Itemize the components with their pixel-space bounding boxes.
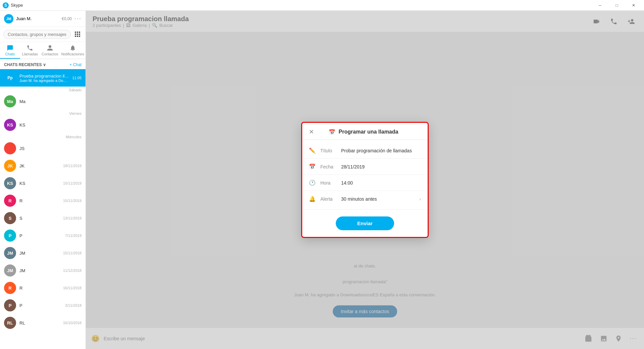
schedule-icon: 📅 bbox=[329, 129, 335, 135]
calendar-icon: 📅 bbox=[309, 163, 316, 170]
date-separator: Sábado bbox=[0, 87, 86, 93]
pencil-icon: ✏️ bbox=[309, 147, 316, 154]
user-balance: €0,00 bbox=[62, 16, 72, 21]
chat-time: 15/11/2018 bbox=[63, 251, 82, 255]
svg-rect-0 bbox=[75, 32, 76, 33]
modal-overlay: ✕ 📅 Programar una llamada ✏️ Título Prob… bbox=[86, 11, 644, 349]
chat-info: KS bbox=[19, 122, 82, 128]
schedule-call-modal: ✕ 📅 Programar una llamada ✏️ Título Prob… bbox=[301, 122, 429, 238]
avatar: JM bbox=[4, 14, 13, 23]
chat-info: P bbox=[19, 233, 62, 238]
list-item[interactable]: Ma Ma bbox=[0, 93, 86, 110]
list-item[interactable]: JM JM 15/11/2018 bbox=[0, 244, 86, 262]
user-name: Juan M. bbox=[16, 16, 59, 21]
svg-rect-3 bbox=[75, 34, 76, 35]
tab-calls-label: Llamadas bbox=[22, 52, 38, 56]
svg-rect-2 bbox=[79, 32, 80, 33]
date-separator: Miércoles bbox=[0, 134, 86, 140]
chat-info: JM bbox=[19, 251, 60, 256]
list-item[interactable]: JK JK 18/11/2019 bbox=[0, 157, 86, 174]
chat-name: S bbox=[19, 216, 60, 221]
chat-preview: Juan M. ha agregado a Downloa... bbox=[19, 79, 69, 83]
chat-name: RL bbox=[19, 320, 60, 326]
list-item[interactable]: R R 15/11/2019 bbox=[0, 192, 86, 209]
svg-rect-7 bbox=[77, 36, 78, 37]
avatar: RL bbox=[4, 317, 16, 329]
chat-name: Prueba programacion llamada bbox=[19, 73, 69, 79]
chat-name: KS bbox=[19, 181, 60, 186]
list-item[interactable]: S S 13/11/2019 bbox=[0, 209, 86, 227]
chat-info: JS bbox=[19, 146, 82, 151]
avatar: KS bbox=[4, 177, 16, 189]
main-content: Prueba programacion llamada 2 participan… bbox=[86, 11, 644, 349]
skype-icon: S bbox=[3, 2, 9, 8]
chat-name: JS bbox=[19, 146, 82, 151]
list-item[interactable]: P P 7/11/2019 bbox=[0, 227, 86, 244]
send-button[interactable]: Enviar bbox=[336, 216, 394, 230]
svg-rect-4 bbox=[77, 34, 78, 35]
maximize-button[interactable]: □ bbox=[609, 0, 625, 11]
sidebar: JM Juan M. €0,00 ··· Chats bbox=[0, 11, 86, 349]
chat-time: 3/11/2018 bbox=[65, 303, 82, 307]
svg-point-9 bbox=[5, 144, 15, 153]
list-item[interactable]: RL RL 16/10/2018 bbox=[0, 314, 86, 332]
tab-notifications[interactable]: Notificaciones bbox=[60, 42, 86, 59]
avatar: JM bbox=[4, 264, 16, 277]
list-item[interactable]: KS KS 15/11/2019 bbox=[0, 174, 86, 192]
avatar: JM bbox=[4, 247, 16, 259]
time-field[interactable]: 🕐 Hora 14:00 bbox=[302, 175, 428, 191]
avatar bbox=[4, 142, 16, 154]
chat-name: JM bbox=[19, 268, 60, 273]
avatar: R bbox=[4, 195, 16, 207]
list-item[interactable]: R R 16/11/2018 bbox=[0, 279, 86, 297]
chat-name: KS bbox=[19, 122, 82, 128]
alert-field[interactable]: 🔔 Alerta 30 minutos antes › bbox=[302, 191, 428, 207]
tab-notifications-label: Notificaciones bbox=[61, 52, 84, 56]
tab-calls[interactable]: Llamadas bbox=[20, 42, 40, 59]
modal-body: ✏️ Título Probar programación de llamada… bbox=[302, 140, 428, 209]
chat-time: 11:05 bbox=[72, 76, 82, 80]
modal-title: 📅 Programar una llamada bbox=[329, 129, 398, 135]
grid-icon[interactable] bbox=[73, 30, 82, 39]
chat-time: 13/11/2019 bbox=[63, 216, 82, 220]
chat-name: R bbox=[19, 198, 60, 203]
recents-label: CHATS RECIENTES ∨ bbox=[4, 62, 46, 67]
svg-rect-5 bbox=[79, 34, 80, 35]
list-item[interactable]: JM JM 11/12/2018 bbox=[0, 262, 86, 279]
avatar: S bbox=[4, 212, 16, 224]
svg-rect-6 bbox=[75, 36, 76, 37]
title-bar: S Skype ─ □ ✕ bbox=[0, 0, 644, 11]
list-item[interactable]: P P 3/11/2018 bbox=[0, 297, 86, 314]
avatar: KS bbox=[4, 119, 16, 131]
title-field: ✏️ Título Probar programación de llamada… bbox=[302, 143, 428, 159]
add-chat-button[interactable]: + Chat bbox=[69, 62, 82, 67]
chat-info: Prueba programacion llamada Juan M. ha a… bbox=[19, 73, 69, 83]
tab-chats[interactable]: Chats bbox=[0, 42, 20, 59]
minimize-button[interactable]: ─ bbox=[592, 0, 608, 11]
avatar: R bbox=[4, 282, 16, 294]
chat-name: JK bbox=[19, 163, 60, 168]
chat-info: P bbox=[19, 303, 62, 308]
search-input[interactable] bbox=[3, 30, 71, 39]
chat-info: RL bbox=[19, 320, 60, 326]
chat-list: Pp Prueba programacion llamada Juan M. h… bbox=[0, 69, 86, 349]
date-field[interactable]: 📅 Fecha 28/11/2019 bbox=[302, 159, 428, 175]
list-item[interactable]: JS bbox=[0, 140, 86, 157]
chat-info: JK bbox=[19, 163, 60, 168]
app-name: Skype bbox=[11, 3, 23, 8]
chat-time: 15/11/2019 bbox=[63, 199, 82, 203]
clock-icon: 🕐 bbox=[309, 180, 316, 186]
list-item[interactable]: Pp Prueba programacion llamada Juan M. h… bbox=[0, 69, 86, 87]
chat-time: 11/12/2018 bbox=[63, 268, 82, 272]
chevron-right-icon: › bbox=[419, 196, 421, 202]
chat-time: 18/11/2019 bbox=[63, 164, 82, 168]
chat-name: P bbox=[19, 303, 62, 308]
close-button[interactable]: ✕ bbox=[626, 0, 641, 11]
chat-time: 7/11/2019 bbox=[65, 234, 82, 238]
window-controls: ─ □ ✕ bbox=[592, 0, 641, 11]
list-item[interactable]: KS KS bbox=[0, 116, 86, 134]
chat-info: JM bbox=[19, 268, 60, 273]
user-more-button[interactable]: ··· bbox=[74, 15, 82, 22]
tab-contacts[interactable]: Contactos bbox=[40, 42, 60, 59]
modal-close-button[interactable]: ✕ bbox=[309, 128, 314, 136]
